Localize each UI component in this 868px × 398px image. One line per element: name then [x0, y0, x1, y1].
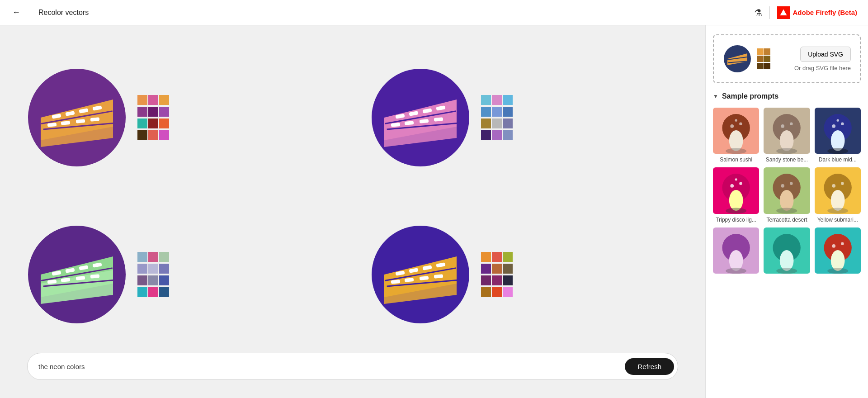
svg-point-65 [780, 130, 794, 151]
prompt-thumbnail-4 [764, 167, 810, 213]
prompt-thumbnail-3 [713, 167, 759, 213]
chevron-down-icon: ▼ [713, 93, 718, 100]
prompt-item-5[interactable]: Yellow submari... [815, 167, 861, 223]
svg-point-76 [729, 190, 743, 211]
refresh-button[interactable]: Refresh [625, 358, 674, 375]
svg-point-70 [830, 130, 844, 151]
prompt-item-1[interactable]: Sandy stone be... [764, 108, 810, 163]
svg-point-95 [780, 250, 794, 271]
prompt-item-4[interactable]: Terracotta desert [764, 167, 810, 223]
prompt-item-7[interactable] [764, 227, 810, 276]
results-grid [27, 43, 678, 348]
prompt-thumbnail-6 [713, 227, 759, 274]
palette-1 [137, 95, 169, 140]
sample-prompts-label: Sample prompts [722, 92, 778, 100]
svg-point-101 [841, 242, 844, 245]
prompt-item-8[interactable] [815, 227, 861, 276]
result-cell-4 [371, 225, 678, 324]
svg-point-61 [730, 124, 734, 128]
input-bar: Refresh [27, 348, 678, 384]
sidebar: Upload SVG Or drag SVG file here ▼ Sampl… [705, 25, 868, 398]
adobe-label: Adobe Firefly (Beta) [793, 9, 857, 16]
svg-point-98 [830, 250, 844, 271]
svg-point-82 [780, 190, 794, 211]
adobe-logo: Adobe Firefly (Beta) [777, 6, 857, 19]
upload-svg-button[interactable]: Upload SVG [800, 47, 851, 62]
prompt-input[interactable] [38, 363, 625, 370]
prompt-thumbnail-7 [764, 227, 810, 274]
prompt-label-2: Dark blue mid... [819, 156, 857, 163]
upload-area[interactable]: Upload SVG Or drag SVG file here [713, 34, 861, 83]
svg-point-93 [726, 268, 746, 274]
main-layout: Refresh Upload SVG Or drag SVG file here [0, 25, 868, 398]
adobe-icon [777, 6, 790, 19]
prompt-thumbnail-1 [764, 108, 810, 154]
content-area: Refresh [0, 25, 705, 398]
svg-point-100 [832, 244, 835, 248]
prompt-label-5: Yellow submari... [817, 217, 858, 223]
prompt-label-1: Sandy stone be... [766, 156, 808, 163]
header-vertical-divider [769, 6, 770, 19]
svg-point-80 [735, 179, 737, 181]
result-image-1[interactable] [27, 68, 127, 167]
palette-3 [137, 252, 169, 297]
page-title: Recolor vectors [38, 9, 89, 17]
prompt-thumbnail-2 [815, 108, 861, 154]
svg-point-89 [832, 184, 835, 188]
svg-point-72 [832, 124, 835, 128]
svg-point-88 [827, 208, 848, 214]
back-icon: ← [12, 8, 20, 17]
svg-point-74 [836, 119, 839, 122]
input-container: Refresh [27, 353, 678, 380]
prompt-label-0: Salmon sushi [720, 156, 752, 163]
svg-point-73 [841, 123, 844, 125]
svg-point-90 [841, 182, 844, 185]
result-image-2[interactable] [371, 68, 470, 167]
svg-point-77 [726, 208, 746, 214]
svg-point-92 [729, 250, 743, 271]
svg-point-96 [776, 268, 797, 274]
prompt-thumbnail-8 [815, 227, 861, 274]
prompt-thumbnail-0 [713, 108, 759, 154]
upload-controls: Upload SVG Or drag SVG file here [776, 47, 851, 71]
result-cell-2 [371, 68, 678, 167]
svg-point-66 [776, 148, 797, 154]
svg-point-78 [730, 184, 734, 188]
result-cell-3 [27, 225, 335, 324]
prompt-item-0[interactable]: Salmon sushi [713, 108, 759, 163]
prompts-grid: Salmon sushi Sandy stone be... [713, 108, 861, 276]
header-divider [31, 6, 31, 19]
header-right: ⚗ Adobe Firefly (Beta) [754, 6, 857, 19]
svg-point-60 [726, 148, 746, 154]
svg-point-84 [781, 184, 785, 188]
svg-point-79 [739, 182, 742, 185]
prompt-label-4: Terracotta desert [766, 217, 807, 223]
prompt-item-2[interactable]: Dark blue mid... [815, 108, 861, 163]
flask-icon[interactable]: ⚗ [754, 7, 762, 18]
svg-point-59 [729, 130, 743, 151]
header: ← Recolor vectors ⚗ Adobe Firefly (Beta) [0, 0, 868, 25]
prompt-label-3: Trippy disco lig... [716, 217, 756, 223]
sample-prompts-header[interactable]: ▼ Sample prompts [713, 92, 861, 100]
upload-palette-mini [757, 48, 770, 69]
svg-point-71 [827, 148, 848, 154]
svg-point-87 [830, 190, 844, 211]
prompt-item-3[interactable]: Trippy disco lig... [713, 167, 759, 223]
palette-4 [481, 252, 513, 297]
svg-point-62 [739, 123, 742, 125]
svg-point-99 [827, 268, 848, 274]
result-image-4[interactable] [371, 225, 470, 324]
svg-point-85 [790, 182, 793, 185]
result-image-3[interactable] [27, 225, 127, 324]
palette-2 [481, 95, 513, 140]
svg-point-63 [735, 119, 737, 122]
prompt-item-6[interactable] [713, 227, 759, 276]
back-button[interactable]: ← [9, 5, 24, 20]
upload-hint: Or drag SVG file here [794, 65, 851, 71]
result-cell-1 [27, 68, 335, 167]
prompt-thumbnail-5 [815, 167, 861, 213]
svg-point-68 [790, 123, 793, 125]
svg-point-67 [781, 124, 785, 128]
upload-preview-image [723, 44, 752, 73]
svg-point-83 [776, 208, 797, 214]
